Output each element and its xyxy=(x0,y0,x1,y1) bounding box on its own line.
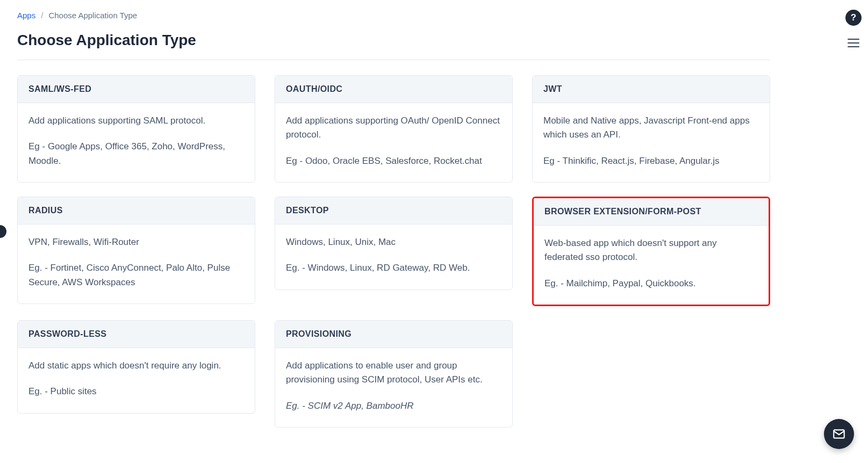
card-title: SAML/WS-FED xyxy=(28,84,244,94)
card-header: BROWSER EXTENSION/FORM-POST xyxy=(534,198,769,226)
card-header: RADIUS xyxy=(18,197,255,225)
app-type-card[interactable]: PROVISIONINGAdd applications to enable u… xyxy=(275,320,513,428)
app-type-card[interactable]: DESKTOPWindows, Linux, Unix, MacEg. - Wi… xyxy=(275,197,513,290)
card-body: Add static apps which doesn't require an… xyxy=(18,348,255,413)
card-description: Mobile and Native apps, Javascript Front… xyxy=(543,114,759,142)
page-container: Apps / Choose Application Type Choose Ap… xyxy=(0,0,787,449)
card-description: Add static apps which doesn't require an… xyxy=(28,359,244,373)
card-title: RADIUS xyxy=(28,206,244,215)
help-button[interactable]: ? xyxy=(845,10,862,26)
card-example: Eg. - Windows, Linux, RD Gateway, RD Web… xyxy=(286,261,501,275)
card-body: Add applications supporting SAML protoco… xyxy=(18,103,255,182)
hamburger-menu-icon[interactable] xyxy=(848,39,859,47)
card-body: Web-based app which doesn't support any … xyxy=(534,226,769,305)
card-body: VPN, Firewalls, Wifi-RouterEg. - Fortine… xyxy=(18,225,255,303)
card-example: Eg - Odoo, Oracle EBS, Salesforce, Rocke… xyxy=(286,154,501,168)
card-title: DESKTOP xyxy=(286,206,501,215)
card-example: Eg - Google Apps, Office 365, Zoho, Word… xyxy=(28,140,244,168)
app-type-grid: SAML/WS-FEDAdd applications supporting S… xyxy=(17,75,770,428)
divider xyxy=(17,60,770,60)
card-example: Eg. - Mailchimp, Paypal, Quickbooks. xyxy=(544,277,758,291)
card-body: Add applications supporting OAuth/ OpenI… xyxy=(275,103,512,182)
mail-fab-button[interactable] xyxy=(824,419,854,449)
right-rail: ? xyxy=(845,10,862,47)
app-type-card[interactable]: PASSWORD-LESSAdd static apps which doesn… xyxy=(17,320,255,414)
card-description: Add applications to enable user and grou… xyxy=(286,359,501,387)
card-header: JWT xyxy=(533,76,770,103)
app-type-card[interactable]: RADIUSVPN, Firewalls, Wifi-RouterEg. - F… xyxy=(17,197,255,304)
card-title: JWT xyxy=(543,84,759,94)
card-title: PROVISIONING xyxy=(286,329,501,339)
card-example: Eg. - Public sites xyxy=(28,385,244,399)
breadcrumb-root-link[interactable]: Apps xyxy=(17,11,35,20)
card-header: PASSWORD-LESS xyxy=(18,321,255,348)
card-description: Windows, Linux, Unix, Mac xyxy=(286,235,501,249)
card-body: Windows, Linux, Unix, MacEg. - Windows, … xyxy=(275,225,512,290)
app-type-card[interactable]: SAML/WS-FEDAdd applications supporting S… xyxy=(17,75,255,183)
card-header: PROVISIONING xyxy=(275,321,512,348)
card-description: VPN, Firewalls, Wifi-Router xyxy=(28,235,244,249)
breadcrumb: Apps / Choose Application Type xyxy=(17,11,770,20)
card-header: OAUTH/OIDC xyxy=(275,76,512,103)
card-example: Eg. - SCIM v2 App, BambooHR xyxy=(286,399,501,413)
card-example: Eg - Thinkific, React.js, Firebase, Angu… xyxy=(543,154,759,168)
card-title: PASSWORD-LESS xyxy=(28,329,244,339)
card-description: Add applications supporting OAuth/ OpenI… xyxy=(286,114,501,142)
card-header: DESKTOP xyxy=(275,197,512,225)
card-description: Add applications supporting SAML protoco… xyxy=(28,114,244,128)
card-example: Eg. - Fortinet, Cisco AnyConnect, Palo A… xyxy=(28,261,244,290)
app-type-card[interactable]: BROWSER EXTENSION/FORM-POSTWeb-based app… xyxy=(532,197,770,306)
card-description: Web-based app which doesn't support any … xyxy=(544,236,758,265)
card-title: BROWSER EXTENSION/FORM-POST xyxy=(544,207,758,216)
page-title: Choose Application Type xyxy=(17,32,770,49)
app-type-card[interactable]: OAUTH/OIDCAdd applications supporting OA… xyxy=(275,75,513,183)
card-title: OAUTH/OIDC xyxy=(286,84,501,94)
app-type-card[interactable]: JWTMobile and Native apps, Javascript Fr… xyxy=(532,75,770,183)
breadcrumb-separator: / xyxy=(41,11,43,20)
mail-icon xyxy=(832,427,846,441)
help-icon: ? xyxy=(851,12,856,23)
card-body: Add applications to enable user and grou… xyxy=(275,348,512,427)
card-body: Mobile and Native apps, Javascript Front… xyxy=(533,103,770,182)
breadcrumb-current: Choose Application Type xyxy=(48,11,137,20)
card-header: SAML/WS-FED xyxy=(18,76,255,103)
